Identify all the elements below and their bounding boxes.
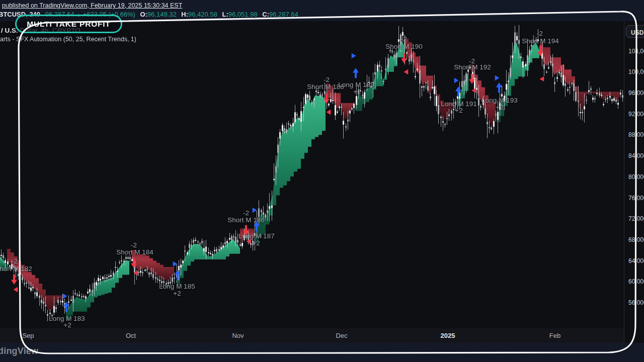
low-label: L:: [222, 11, 228, 18]
price-tick: 92,000: [628, 111, 644, 118]
time-tick: Oct: [126, 332, 136, 339]
price-tick: 76,000: [628, 195, 644, 202]
chart-panel: SepOctNovDec2025Feb USD 104,000100,00096…: [0, 21, 644, 343]
currency-unit-button[interactable]: USD: [626, 25, 644, 38]
multi-take-profit-badge-text: MULTI TAKE PROFIT: [27, 20, 110, 29]
price-chart-canvas[interactable]: [0, 21, 644, 343]
price-tick: 72,000: [628, 215, 644, 222]
price-tick: 84,000: [628, 152, 644, 159]
published-link[interactable]: published on TradingView.com, February 1…: [2, 2, 182, 9]
time-tick: Dec: [336, 332, 347, 339]
time-axis[interactable]: SepOctNovDec2025Feb: [0, 328, 624, 343]
time-tick: Sep: [22, 332, 34, 339]
low-value: 96,051.98: [228, 11, 258, 18]
close-label: C:: [262, 11, 269, 18]
multi-take-profit-badge: MULTI TAKE PROFIT: [15, 15, 122, 33]
time-tick: Feb: [549, 332, 560, 339]
price-tick: 80,000: [628, 173, 644, 180]
price-tick: 68,000: [628, 236, 644, 243]
pair-subtitle-left: / U.S.: [1, 27, 18, 34]
tradingview-snapshot: SepOctNovDec2025Feb USD 104,000100,00096…: [0, 0, 644, 362]
open-value: 96,149.32: [147, 11, 177, 18]
open-label: O:: [140, 11, 147, 18]
close-value: 96,287.64: [269, 11, 298, 18]
indicator-title: arts - SFX Automation (50, 25, Recent Tr…: [0, 36, 136, 43]
high-label: H:: [181, 11, 188, 18]
price-tick: 96,000: [628, 89, 644, 97]
price-tick: 64,000: [628, 257, 644, 264]
high-value: 96,420.58: [188, 11, 217, 18]
time-tick: 2025: [441, 332, 455, 339]
price-tick: 56,000: [628, 299, 644, 306]
price-tick: 104,000: [628, 48, 644, 55]
time-tick: Nov: [232, 332, 244, 339]
price-tick: 88,000: [628, 131, 644, 138]
price-axis[interactable]: USD 104,000100,00096,00092,00088,00084,0…: [624, 21, 644, 343]
price-tick: 60,000: [628, 278, 644, 285]
price-tick: 100,000: [628, 68, 644, 75]
tradingview-logo[interactable]: dingView: [0, 346, 38, 356]
